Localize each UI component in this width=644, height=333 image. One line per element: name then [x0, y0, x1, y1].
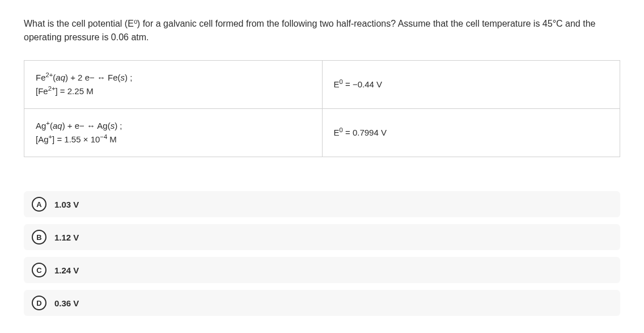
question-prompt: What is the cell potential (E⁰) for a ga… [24, 17, 620, 44]
option-letter-b: B [32, 230, 46, 245]
reaction-cell-2: Ag+(aq) + e− ↔ Ag(s) ;[Ag+] = 1.55 × 10−… [24, 109, 323, 157]
reaction-cell-1: Fe2+(aq) + 2 e− ↔ Fe(s) ;[Fe2+] = 2.25 M [24, 61, 323, 109]
option-letter-c: C [32, 263, 46, 277]
option-a[interactable]: A 1.03 V [24, 191, 620, 217]
potential-cell-1: E0 = −0.44 V [322, 61, 620, 109]
option-text-d: 0.36 V [54, 298, 79, 308]
option-letter-a: A [32, 197, 46, 212]
options-container: A 1.03 V B 1.12 V C 1.24 V D 0.36 V [24, 191, 620, 316]
table-row: Fe2+(aq) + 2 e− ↔ Fe(s) ;[Fe2+] = 2.25 M… [24, 61, 620, 109]
reactions-table: Fe2+(aq) + 2 e− ↔ Fe(s) ;[Fe2+] = 2.25 M… [24, 60, 620, 157]
option-b[interactable]: B 1.12 V [24, 224, 620, 250]
option-d[interactable]: D 0.36 V [24, 290, 620, 316]
option-text-a: 1.03 V [54, 200, 79, 209]
option-letter-d: D [32, 296, 46, 310]
potential-cell-2: E0 = 0.7994 V [322, 109, 620, 157]
option-c[interactable]: C 1.24 V [24, 257, 620, 283]
table-row: Ag+(aq) + e− ↔ Ag(s) ;[Ag+] = 1.55 × 10−… [24, 109, 620, 157]
option-text-b: 1.12 V [54, 233, 79, 242]
option-text-c: 1.24 V [54, 265, 79, 275]
